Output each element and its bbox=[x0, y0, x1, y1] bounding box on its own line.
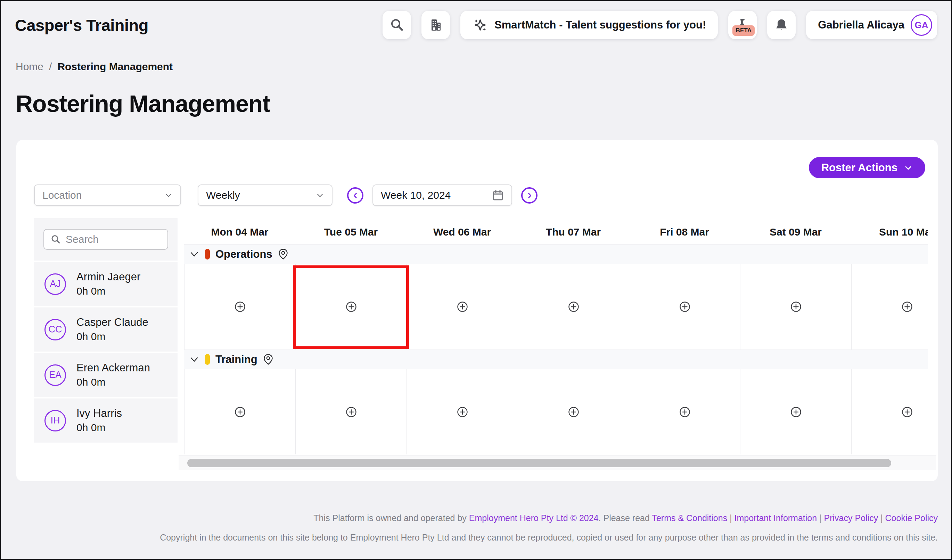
employee-row[interactable]: AJArmin Jaeger0h 0m bbox=[34, 262, 178, 306]
bell-icon bbox=[774, 18, 789, 32]
employee-row[interactable]: IHIvy Harris0h 0m bbox=[34, 398, 178, 443]
horizontal-scrollbar-thumb[interactable] bbox=[187, 459, 891, 467]
employee-sidebar: AJArmin Jaeger0h 0mCCCasper Claude0h 0mE… bbox=[34, 218, 178, 444]
footer-copyright-line: Copyright in the documents on this site … bbox=[160, 532, 938, 543]
group-band-training: Training bbox=[184, 349, 928, 369]
search-button[interactable] bbox=[383, 11, 411, 39]
footer-text: This Platform is owned and operated by bbox=[314, 513, 469, 523]
period-select-value: Weekly bbox=[206, 189, 240, 201]
location-pin-icon[interactable] bbox=[278, 248, 288, 260]
topbar-actions: SmartMatch - Talent suggestions for you!… bbox=[383, 11, 937, 39]
group-band-operations: Operations bbox=[184, 244, 928, 264]
add-shift-icon[interactable] bbox=[902, 406, 913, 418]
search-icon bbox=[389, 18, 404, 32]
shift-cell-operations[interactable] bbox=[295, 264, 406, 349]
employee-search-box[interactable] bbox=[43, 229, 168, 250]
add-shift-icon[interactable] bbox=[679, 406, 690, 418]
user-name: Gabriella Alicaya bbox=[818, 19, 904, 31]
user-menu[interactable]: Gabriella Alicaya GA bbox=[806, 11, 937, 39]
footer-separator: | bbox=[878, 513, 885, 523]
chevron-down-icon bbox=[904, 163, 913, 172]
employee-avatar: EA bbox=[45, 364, 66, 386]
page-title: Rostering Management bbox=[15, 90, 270, 117]
employee-avatar: CC bbox=[45, 319, 66, 341]
employee-search-block bbox=[34, 218, 178, 261]
footer-link[interactable]: Terms & Conditions bbox=[652, 513, 727, 523]
period-select[interactable]: Weekly bbox=[198, 185, 332, 206]
calendar-icon bbox=[492, 189, 504, 201]
add-shift-icon[interactable] bbox=[902, 301, 913, 312]
sparkle-icon bbox=[472, 17, 488, 33]
search-icon bbox=[50, 234, 61, 245]
smartmatch-banner[interactable]: SmartMatch - Talent suggestions for you! bbox=[461, 11, 718, 39]
shift-cell-training[interactable] bbox=[851, 369, 928, 454]
collapse-chevron-icon[interactable] bbox=[189, 354, 199, 365]
roster-actions-button[interactable]: Roster Actions bbox=[809, 157, 925, 178]
footer-company-link[interactable]: Employment Hero Pty Ltd © 2024 bbox=[469, 513, 599, 523]
add-shift-icon[interactable] bbox=[568, 406, 579, 418]
shift-cell-operations[interactable] bbox=[740, 264, 851, 349]
add-shift-icon[interactable] bbox=[679, 301, 690, 312]
shift-cell-training[interactable] bbox=[629, 369, 740, 454]
next-week-button[interactable] bbox=[521, 187, 538, 204]
horizontal-scrollbar-track[interactable] bbox=[179, 455, 937, 470]
add-shift-icon[interactable] bbox=[346, 301, 357, 312]
week-picker[interactable]: Week 10, 2024 bbox=[372, 185, 512, 206]
add-shift-icon[interactable] bbox=[235, 406, 246, 418]
shift-cell-training[interactable] bbox=[518, 369, 629, 454]
shift-cell-operations[interactable] bbox=[184, 264, 295, 349]
previous-week-button[interactable] bbox=[347, 187, 363, 204]
group-cells-row bbox=[184, 264, 928, 349]
employee-row[interactable]: EAEren Ackerman0h 0m bbox=[34, 353, 178, 397]
labs-button[interactable]: BETA bbox=[728, 11, 757, 39]
user-avatar: GA bbox=[911, 14, 932, 36]
add-shift-icon[interactable] bbox=[790, 406, 802, 418]
roster-grid: Mon 04 MarTue 05 MarWed 06 MarThu 07 Mar… bbox=[184, 224, 928, 455]
day-header: Sun 10 Mar bbox=[851, 224, 928, 244]
app-logo: Casper's Training bbox=[15, 15, 148, 35]
footer-text: . Please read bbox=[599, 513, 652, 523]
add-shift-icon[interactable] bbox=[235, 301, 246, 312]
add-shift-icon[interactable] bbox=[568, 301, 579, 312]
employee-name: Armin Jaeger bbox=[76, 270, 141, 284]
footer-separator: | bbox=[817, 513, 824, 523]
shift-cell-operations[interactable] bbox=[518, 264, 629, 349]
notifications-button[interactable] bbox=[767, 11, 796, 39]
beta-badge: BETA bbox=[733, 25, 755, 36]
day-header: Wed 06 Mar bbox=[406, 224, 518, 244]
add-shift-icon[interactable] bbox=[790, 301, 802, 312]
employee-name: Casper Claude bbox=[76, 315, 148, 330]
shift-cell-training[interactable] bbox=[740, 369, 851, 454]
week-picker-value: Week 10, 2024 bbox=[381, 189, 451, 201]
employee-avatar: AJ bbox=[45, 273, 66, 295]
employee-hours: 0h 0m bbox=[76, 375, 150, 389]
add-shift-icon[interactable] bbox=[346, 406, 357, 418]
day-header: Mon 04 Mar bbox=[184, 224, 295, 244]
location-select-value: Location bbox=[42, 189, 82, 201]
location-select[interactable]: Location bbox=[34, 185, 181, 206]
chevron-right-icon bbox=[526, 192, 533, 199]
shift-cell-training[interactable] bbox=[184, 369, 295, 454]
add-shift-icon[interactable] bbox=[457, 406, 468, 418]
shift-cell-operations[interactable] bbox=[629, 264, 740, 349]
footer-link[interactable]: Cookie Policy bbox=[885, 513, 938, 523]
breadcrumb-home-link[interactable]: Home bbox=[15, 61, 43, 73]
collapse-chevron-icon[interactable] bbox=[189, 249, 199, 259]
shift-cell-operations[interactable] bbox=[851, 264, 928, 349]
employee-search-input[interactable] bbox=[66, 233, 161, 245]
employee-hours: 0h 0m bbox=[76, 284, 141, 298]
chevron-down-icon bbox=[164, 191, 173, 199]
employee-hours: 0h 0m bbox=[76, 330, 148, 344]
employee-list: AJArmin Jaeger0h 0mCCCasper Claude0h 0mE… bbox=[34, 262, 178, 443]
footer-link[interactable]: Important Information bbox=[734, 513, 817, 523]
day-header: Sat 09 Mar bbox=[740, 224, 851, 244]
group-name: Training bbox=[215, 353, 258, 366]
footer-link[interactable]: Privacy Policy bbox=[824, 513, 878, 523]
shift-cell-training[interactable] bbox=[295, 369, 406, 454]
organisation-button[interactable] bbox=[422, 11, 450, 39]
employee-row[interactable]: CCCasper Claude0h 0m bbox=[34, 307, 178, 352]
add-shift-icon[interactable] bbox=[457, 301, 468, 312]
shift-cell-operations[interactable] bbox=[406, 264, 518, 349]
shift-cell-training[interactable] bbox=[406, 369, 518, 454]
location-pin-icon[interactable] bbox=[263, 354, 274, 366]
